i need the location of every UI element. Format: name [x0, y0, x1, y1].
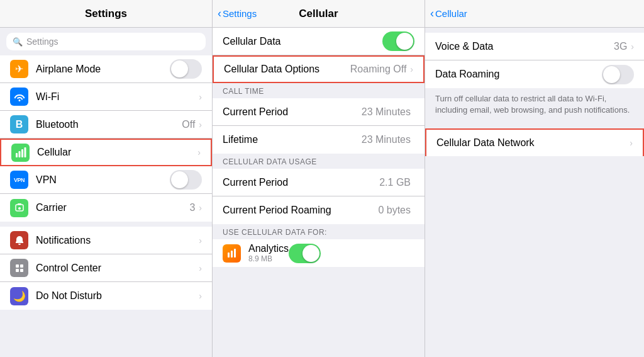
svg-rect-10	[20, 269, 23, 272]
analytics-label: Analytics	[248, 243, 289, 254]
sidebar-item-vpn[interactable]: VPN VPN	[0, 166, 212, 194]
settings-panel: Settings 🔍 Settings ✈ Airplane Mode Wi-F…	[0, 0, 213, 357]
wifi-label: Wi-Fi	[36, 91, 199, 103]
svg-rect-2	[21, 149, 23, 157]
voice-data-item[interactable]: Voice & Data 3G ›	[425, 33, 644, 60]
do-not-disturb-icon: 🌙	[10, 287, 28, 305]
call-time-lifetime: Lifetime 23 Minutes	[213, 126, 425, 154]
airplane-mode-icon: ✈	[10, 60, 28, 78]
call-time-list: Current Period 23 Minutes ➤ Lifetime 23 …	[213, 98, 425, 154]
cellular-data-item[interactable]: Cellular Data	[213, 28, 425, 55]
analytics-toggle[interactable]	[289, 244, 321, 263]
left-panel-title: Settings	[85, 8, 127, 20]
bluetooth-icon: B	[10, 115, 28, 133]
call-time-header: CALL TIME	[213, 83, 425, 98]
settings-list-group2: Notifications › Control Center › 🌙 Do No…	[0, 227, 212, 310]
analytics-app-icon	[223, 244, 241, 263]
right-main-list: Voice & Data 3G › Data Roaming	[425, 33, 644, 88]
do-not-disturb-label: Do Not Disturb	[36, 290, 199, 302]
control-center-label: Control Center	[36, 263, 199, 274]
cellular-back-button[interactable]: ‹ Settings	[218, 7, 257, 20]
cellular-detail-panel: ‹ Cellular Voice & Data 3G › Data Roamin…	[425, 0, 644, 357]
data-usage-roaming: Current Period Roaming 0 bytes	[213, 196, 425, 224]
notifications-label: Notifications	[36, 235, 199, 246]
bluetooth-label: Bluetooth	[36, 119, 182, 130]
sidebar-item-airplane-mode[interactable]: ✈ Airplane Mode	[0, 55, 212, 83]
cellular-data-options-label: Cellular Data Options	[224, 64, 350, 75]
wifi-icon	[10, 88, 28, 106]
cellular-main-list: Cellular Data Cellular Data Options Roam…	[213, 28, 425, 83]
data-usage-roaming-value: 0 bytes	[378, 205, 411, 216]
right-back-chevron-icon: ‹	[430, 7, 434, 20]
svg-rect-3	[24, 147, 26, 157]
cellular-data-network-item[interactable]: Cellular Data Network ›	[425, 128, 644, 156]
search-bar[interactable]: 🔍 Settings	[6, 33, 206, 50]
sidebar-item-cellular[interactable]: Cellular ›	[0, 139, 212, 166]
data-usage-header: CELLULAR DATA USAGE	[213, 154, 425, 169]
data-usage-list: Current Period 2.1 GB Current Period Roa…	[213, 169, 425, 224]
data-usage-current-label: Current Period	[223, 177, 379, 188]
analytics-app-item[interactable]: Analytics 8.9 MB	[213, 239, 425, 267]
cellular-data-toggle[interactable]	[382, 31, 414, 51]
data-usage-current-value: 2.1 GB	[379, 177, 411, 188]
control-center-chevron: ›	[199, 263, 202, 273]
sidebar-item-wifi[interactable]: Wi-Fi ›	[0, 83, 212, 111]
control-center-icon	[10, 259, 28, 277]
svg-rect-9	[16, 269, 19, 272]
carrier-label: Carrier	[36, 202, 189, 213]
svg-rect-0	[16, 153, 18, 157]
voice-data-value: 3G	[614, 41, 627, 52]
svg-point-6	[18, 207, 21, 210]
search-input[interactable]: Settings	[26, 37, 58, 47]
settings-list-group1: ✈ Airplane Mode Wi-Fi › B Bluetooth Off …	[0, 55, 212, 222]
carrier-icon	[10, 199, 28, 217]
back-chevron-icon: ‹	[218, 7, 221, 20]
call-time-current-label: Current Period	[223, 106, 362, 118]
cellular-panel: ‹ Settings Cellular Cellular Data Cellul…	[213, 0, 425, 357]
sidebar-item-do-not-disturb[interactable]: 🌙 Do Not Disturb ›	[0, 282, 212, 310]
svg-rect-5	[18, 203, 21, 205]
cellular-back-label: Settings	[223, 8, 257, 19]
right-top-spacer	[425, 28, 644, 33]
search-icon: 🔍	[13, 37, 23, 47]
call-time-lifetime-value: 23 Minutes	[362, 134, 411, 145]
cellular-data-toggle-thumb	[396, 33, 413, 50]
voice-data-chevron: ›	[631, 42, 634, 52]
voice-data-label: Voice & Data	[435, 41, 614, 52]
bluetooth-chevron: ›	[199, 120, 202, 130]
cellular-data-options-value: Roaming Off	[350, 64, 407, 75]
right-back-button[interactable]: ‹ Cellular	[430, 7, 467, 20]
data-usage-roaming-label: Current Period Roaming	[223, 205, 378, 216]
search-bar-container: 🔍 Settings	[0, 28, 212, 55]
carrier-value: 3	[189, 202, 195, 213]
right-nav-bar: ‹ Cellular	[425, 0, 644, 28]
call-time-current-period: Current Period 23 Minutes ➤	[213, 98, 425, 126]
data-roaming-toggle-thumb	[603, 66, 620, 83]
vpn-toggle[interactable]	[170, 170, 202, 190]
cellular-panel-title: Cellular	[299, 8, 338, 20]
sidebar-item-notifications[interactable]: Notifications ›	[0, 227, 212, 254]
svg-rect-11	[228, 252, 230, 258]
svg-rect-7	[16, 264, 19, 268]
airplane-mode-toggle[interactable]	[170, 59, 202, 79]
call-time-current-value: 23 Minutes	[362, 106, 411, 118]
middle-nav-bar: ‹ Settings Cellular	[213, 0, 425, 28]
analytics-info: Analytics 8.9 MB	[248, 243, 289, 263]
data-roaming-toggle[interactable]	[602, 65, 634, 84]
left-nav-bar: Settings	[0, 0, 212, 28]
data-roaming-info: Turn off cellular data to restrict all d…	[425, 88, 644, 123]
vpn-icon: VPN	[10, 171, 28, 189]
cellular-label: Cellular	[37, 147, 197, 158]
cellular-data-options-chevron: ›	[410, 64, 413, 74]
cellular-data-options-item[interactable]: Cellular Data Options Roaming Off ›	[213, 55, 425, 83]
sidebar-item-control-center[interactable]: Control Center ›	[0, 254, 212, 282]
sidebar-item-bluetooth[interactable]: B Bluetooth Off ›	[0, 111, 212, 139]
data-roaming-item[interactable]: Data Roaming	[425, 60, 644, 88]
notifications-icon	[10, 231, 28, 249]
wifi-chevron: ›	[199, 92, 202, 102]
do-not-disturb-chevron: ›	[199, 291, 202, 301]
sidebar-item-carrier[interactable]: Carrier 3 ›	[0, 194, 212, 222]
vpn-label: VPN	[36, 174, 170, 186]
notifications-chevron: ›	[199, 235, 202, 246]
right-back-label: Cellular	[435, 8, 467, 19]
